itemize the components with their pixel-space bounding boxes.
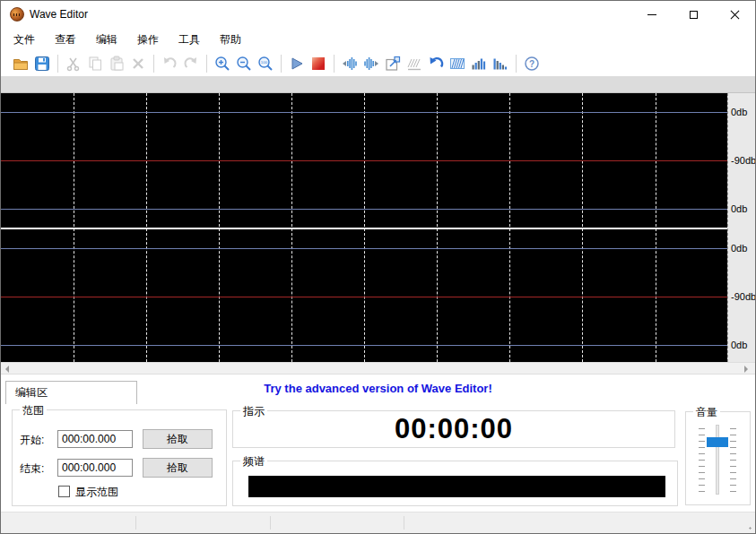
toolbar-separator: [153, 55, 154, 73]
window-title: Wave Editor: [30, 1, 88, 28]
maximize-icon: [690, 11, 698, 19]
db-label: 0db: [731, 243, 747, 254]
volume-group: 音量: [685, 411, 751, 505]
svg-text:?: ?: [529, 59, 534, 69]
spectrogram-view-icon: [449, 56, 465, 72]
zero-db-line: [1, 345, 727, 346]
help-icon: ?: [524, 56, 540, 72]
toolbar-separator: [206, 55, 207, 73]
undo-icon: [161, 56, 178, 72]
db-label: 0db: [731, 340, 747, 350]
copy-icon: [87, 56, 103, 72]
zoom-out-button[interactable]: [233, 53, 255, 74]
bars-ascending-icon: [471, 56, 487, 72]
maximize-button[interactable]: [673, 1, 714, 28]
zoom-100-icon: 100: [257, 56, 274, 72]
open-folder-icon: [13, 56, 29, 72]
toolbar: 100: [1, 51, 755, 76]
app-logo-icon: [10, 7, 24, 22]
play-icon: [289, 56, 305, 72]
zoom-100-button[interactable]: 100: [255, 53, 276, 74]
close-icon: [730, 10, 740, 20]
zero-db-line: [1, 112, 727, 113]
channel-separator-line: [1, 228, 727, 229]
bars-descending-view-button[interactable]: [490, 53, 511, 74]
menu-bar: 文件 查看 编辑 操作 工具 帮助: [1, 28, 755, 51]
menu-view[interactable]: 查看: [48, 29, 83, 51]
restore-button[interactable]: [425, 53, 447, 74]
help-button[interactable]: ?: [521, 53, 543, 74]
stop-icon: [312, 57, 325, 70]
paste-icon: [109, 56, 125, 72]
db-scale: 0db -90db 0db 0db -90db 0db: [727, 93, 755, 362]
spectrogram-view-button[interactable]: [447, 53, 468, 74]
horizontal-scrollbar[interactable]: [1, 362, 755, 375]
spectrum-bar: [248, 476, 665, 497]
save-button[interactable]: [31, 53, 53, 74]
spectrum-group-title: 频谱: [240, 454, 267, 469]
toolbar-separator: [334, 55, 335, 73]
start-label: 开始:: [20, 433, 44, 448]
end-label: 结束:: [20, 461, 44, 477]
show-range-checkbox[interactable]: [58, 486, 70, 497]
minus90-db-line: [1, 297, 727, 297]
zoom-out-icon: [236, 56, 252, 72]
redo-button: [180, 53, 202, 74]
resize-grip-icon[interactable]: [742, 520, 752, 530]
pick-start-button[interactable]: 拾取: [143, 429, 213, 449]
restore-undo-icon: [428, 56, 444, 72]
db-label: 0db: [731, 203, 747, 214]
paste-button: [106, 53, 127, 74]
minimize-button[interactable]: [631, 1, 673, 28]
waveform-canvas[interactable]: [1, 93, 727, 362]
status-separator: [404, 516, 404, 530]
menu-edit[interactable]: 编辑: [89, 29, 125, 51]
zoom-in-icon: [214, 56, 230, 72]
range-group: 范围 开始: 拾取 结束: 拾取 显示范围: [12, 409, 227, 506]
scroll-left-icon[interactable]: [5, 366, 9, 373]
status-separator: [135, 516, 136, 530]
db-label: 0db: [731, 107, 747, 117]
undo-button: [159, 53, 180, 74]
open-button[interactable]: [10, 53, 31, 74]
tab-editor-area[interactable]: 编辑区: [5, 381, 137, 404]
save-icon: [34, 56, 50, 72]
delete-icon: [130, 56, 146, 72]
stop-button[interactable]: [308, 53, 329, 74]
wave-trim-left-button[interactable]: [339, 53, 361, 74]
zero-db-line: [1, 209, 727, 210]
volume-slider[interactable]: [716, 425, 719, 495]
volume-ticks: [730, 428, 736, 492]
waveform-display[interactable]: 0db -90db 0db 0db -90db 0db: [1, 93, 755, 362]
menu-operate[interactable]: 操作: [130, 29, 166, 51]
pick-end-button[interactable]: 拾取: [143, 458, 213, 478]
start-time-input[interactable]: [57, 430, 133, 448]
menu-tools[interactable]: 工具: [171, 29, 207, 51]
cut-button: [63, 53, 84, 74]
export-selection-button[interactable]: [382, 53, 404, 74]
status-bar: [1, 512, 755, 533]
delete-button: [127, 53, 149, 74]
time-ruler: [1, 76, 755, 93]
time-indicator: 00:00:00: [233, 413, 674, 445]
hatch-tool-icon: [406, 56, 422, 72]
toolbar-separator: [516, 55, 517, 73]
export-selection-icon: [385, 56, 401, 72]
zoom-in-button[interactable]: [212, 53, 233, 74]
spectrum-group: 频谱: [232, 461, 678, 506]
bars-ascending-view-button[interactable]: [468, 53, 490, 74]
scroll-right-icon[interactable]: [744, 366, 748, 373]
wave-trim-left-icon: [342, 56, 358, 72]
indicator-group: 指示 00:00:00: [232, 410, 675, 448]
end-time-input[interactable]: [57, 459, 133, 477]
volume-ticks: [699, 428, 705, 492]
play-button[interactable]: [286, 53, 308, 74]
bars-descending-icon: [492, 56, 508, 72]
menu-file[interactable]: 文件: [6, 29, 42, 51]
close-button[interactable]: [714, 1, 755, 28]
menu-help[interactable]: 帮助: [213, 29, 248, 51]
volume-slider-thumb[interactable]: [707, 437, 728, 447]
toolbar-separator: [281, 55, 282, 73]
minus90-db-line: [1, 160, 727, 161]
wave-trim-right-button[interactable]: [361, 53, 382, 74]
